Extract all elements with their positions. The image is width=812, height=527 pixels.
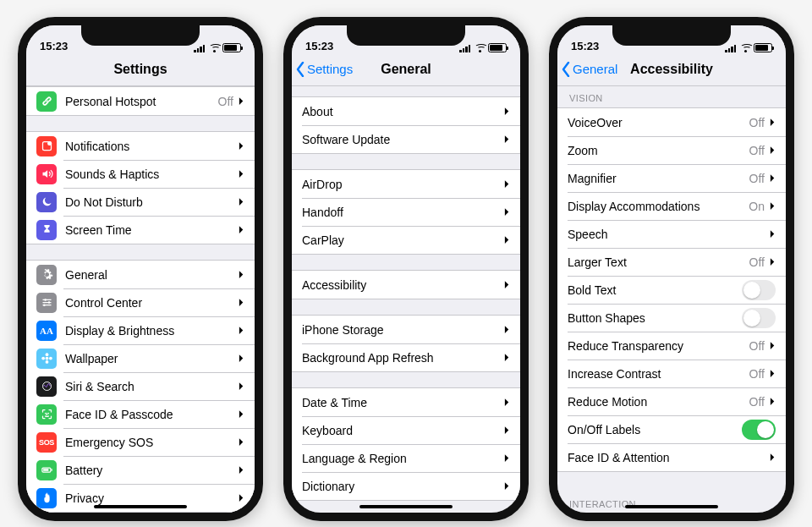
chevron-right-icon xyxy=(239,96,244,106)
settings-row[interactable]: Larger TextOff xyxy=(557,248,786,276)
row-label: Privacy xyxy=(65,491,239,505)
chevron-right-icon xyxy=(504,207,510,217)
home-indicator[interactable] xyxy=(359,505,453,508)
battery-icon xyxy=(488,43,507,52)
settings-row[interactable]: About xyxy=(292,97,520,125)
chevron-right-icon xyxy=(239,225,244,234)
row-label: Display & Brightness xyxy=(65,324,239,338)
settings-row[interactable]: General xyxy=(26,261,255,288)
settings-row[interactable]: ZoomOff xyxy=(557,136,786,164)
section-header: VISION xyxy=(557,86,786,107)
battery-icon xyxy=(222,43,241,52)
settings-row[interactable]: Increase ContrastOff xyxy=(557,360,786,387)
chevron-right-icon xyxy=(504,280,510,289)
wifi-icon xyxy=(475,44,486,52)
chevron-right-icon xyxy=(504,481,510,491)
back-button[interactable]: General xyxy=(561,52,617,85)
navbar: Settings General xyxy=(292,52,520,86)
settings-row[interactable]: VoiceOverOff xyxy=(557,108,786,136)
chevron-right-icon xyxy=(504,235,510,244)
settings-row[interactable]: Display AccommodationsOn xyxy=(557,192,786,220)
row-label: Background App Refresh xyxy=(302,351,504,365)
chevron-right-icon xyxy=(239,409,244,419)
settings-row[interactable]: Button Shapes xyxy=(557,304,786,332)
svg-point-8 xyxy=(41,357,45,360)
chevron-right-icon xyxy=(239,326,244,335)
settings-row[interactable]: Notifications xyxy=(26,132,255,160)
toggle-switch[interactable] xyxy=(742,308,776,328)
settings-row[interactable]: Battery xyxy=(26,456,255,484)
settings-row[interactable]: AirDrop xyxy=(292,170,520,198)
chevron-right-icon xyxy=(770,229,776,239)
row-label: General xyxy=(65,268,239,282)
chevron-right-icon xyxy=(504,325,510,334)
svg-point-1 xyxy=(47,141,52,145)
home-indicator[interactable] xyxy=(625,505,718,508)
chevron-right-icon xyxy=(770,397,776,406)
chevron-right-icon xyxy=(239,465,244,475)
settings-row[interactable]: Personal HotspotOff xyxy=(26,87,255,115)
row-label: Magnifier xyxy=(568,172,749,185)
wifi-icon xyxy=(740,44,752,52)
settings-row[interactable]: Siri & Search xyxy=(26,372,255,400)
status-time: 15:23 xyxy=(571,40,618,52)
settings-row[interactable]: Speech xyxy=(557,220,786,248)
chevron-right-icon xyxy=(239,354,244,363)
svg-point-5 xyxy=(45,357,48,360)
settings-row[interactable]: iPhone Storage xyxy=(292,316,520,343)
toggle-switch[interactable] xyxy=(742,280,776,300)
row-label: Battery xyxy=(65,464,239,477)
settings-row[interactable]: Accessibility xyxy=(292,271,520,299)
chevron-right-icon xyxy=(770,201,776,211)
chevron-right-icon xyxy=(239,270,244,279)
settings-row[interactable]: Date & Time xyxy=(292,388,520,416)
row-label: Reduce Transparency xyxy=(568,339,749,353)
navbar: General Accessibility xyxy=(557,52,786,86)
settings-row[interactable]: Software Update xyxy=(292,125,520,153)
settings-row[interactable]: Reduce TransparencyOff xyxy=(557,332,786,360)
settings-row[interactable]: Dictionary xyxy=(292,472,520,500)
home-indicator[interactable] xyxy=(94,505,187,508)
row-label: Emergency SOS xyxy=(65,436,239,449)
settings-row[interactable]: Wallpaper xyxy=(26,344,255,372)
row-label: Increase Contrast xyxy=(568,367,749,381)
faceid-icon xyxy=(36,404,57,425)
row-detail: Off xyxy=(218,95,233,108)
settings-row[interactable]: Screen Time xyxy=(26,216,255,244)
settings-row[interactable]: Sounds & Haptics xyxy=(26,160,255,188)
row-detail: Off xyxy=(749,144,765,157)
svg-point-6 xyxy=(45,353,48,356)
settings-row[interactable]: Keyboard xyxy=(292,416,520,444)
settings-row[interactable]: Bold Text xyxy=(557,276,786,304)
settings-row[interactable]: AADisplay & Brightness xyxy=(26,316,255,344)
row-label: Date & Time xyxy=(302,396,504,409)
settings-row[interactable]: Face ID & Passcode xyxy=(26,400,255,428)
settings-row[interactable]: MagnifierOff xyxy=(557,164,786,192)
row-label: Sounds & Haptics xyxy=(65,167,239,181)
settings-row[interactable]: Handoff xyxy=(292,198,520,226)
settings-row[interactable]: Face ID & Attention xyxy=(557,443,786,471)
row-detail: Off xyxy=(749,172,765,185)
toggle-switch[interactable] xyxy=(742,420,776,440)
settings-row[interactable]: SOSEmergency SOS xyxy=(26,428,255,456)
chevron-right-icon xyxy=(770,118,776,127)
phone-settings: 15:23 Settings Personal HotspotOffNotifi… xyxy=(18,17,263,521)
back-button[interactable]: Settings xyxy=(295,52,353,85)
settings-row[interactable]: CarPlay xyxy=(292,226,520,254)
chevron-right-icon xyxy=(239,298,244,307)
settings-row[interactable]: Do Not Disturb xyxy=(26,188,255,216)
svg-point-2 xyxy=(44,299,47,301)
svg-point-4 xyxy=(43,304,46,306)
settings-row[interactable]: On/Off Labels xyxy=(557,415,786,443)
settings-row[interactable]: Control Center xyxy=(26,288,255,316)
settings-row[interactable]: Reduce MotionOff xyxy=(557,387,786,415)
signal-icon xyxy=(459,44,472,52)
settings-row[interactable]: Language & Region xyxy=(292,444,520,472)
signal-icon xyxy=(194,44,206,52)
back-label: Settings xyxy=(307,62,353,76)
row-label: About xyxy=(302,105,504,118)
settings-row[interactable]: Background App Refresh xyxy=(292,343,520,371)
chevron-left-icon xyxy=(561,62,571,77)
row-label: Screen Time xyxy=(65,223,239,237)
row-label: Dictionary xyxy=(302,480,504,493)
